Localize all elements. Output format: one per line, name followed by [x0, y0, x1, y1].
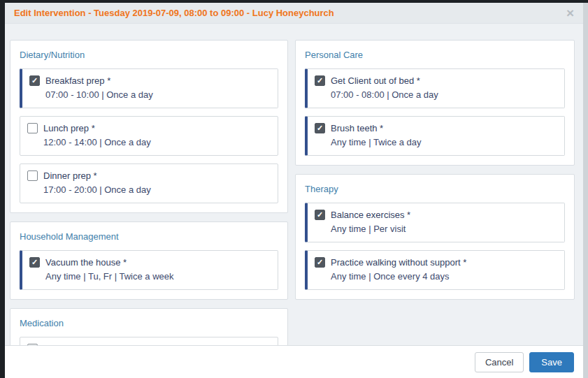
right-column: Personal Care ✓ Get Client out of bed * …: [295, 40, 575, 300]
section-title: Personal Care: [305, 50, 565, 60]
item-schedule: 07:00 - 08:00 | Once a day: [331, 89, 557, 100]
window-left-edge: [0, 0, 5, 378]
item-checkbox[interactable]: ✓: [315, 257, 325, 268]
check-icon: ✓: [31, 259, 38, 266]
cancel-button[interactable]: Cancel: [475, 352, 524, 372]
screen: Edit Intervention - Tuesday 2019-07-09, …: [0, 0, 588, 378]
modal-title: Edit Intervention - Tuesday 2019-07-09, …: [14, 8, 334, 18]
item-schedule: Any time | Twice a day: [331, 137, 557, 147]
item-header: ✓ Get Client out of bed *: [315, 75, 557, 86]
section-title: Therapy: [305, 184, 565, 194]
intervention-item[interactable]: ✓ Breakfast prep * 07:00 - 10:00 | Once …: [20, 68, 278, 108]
item-checkbox[interactable]: ✓: [315, 210, 325, 220]
close-icon[interactable]: ×: [566, 6, 574, 20]
item-checkbox[interactable]: ✓: [29, 75, 40, 86]
check-icon: ✓: [317, 124, 323, 132]
section-card: Household Management ✓ Vacuum the house …: [10, 221, 288, 300]
item-header: Lunch prep *: [27, 123, 271, 133]
item-label: Practice walking without support *: [331, 257, 466, 268]
intervention-item[interactable]: ✓ Brush teeth * Any time | Twice a day: [305, 116, 565, 156]
window-top-edge: [0, 0, 588, 3]
item-label: Get Client out of bed *: [331, 75, 420, 86]
section-card: Therapy ✓ Balance exercises * Any time |…: [295, 174, 575, 300]
check-icon: ✓: [317, 77, 323, 85]
item-schedule: 12:00 - 14:00 | Once a day: [43, 137, 271, 147]
modal-body: Dietary/Nutrition ✓ Breakfast prep * 07:…: [5, 24, 583, 345]
intervention-item[interactable]: ✓ Balance exercises * Any time | Per vis…: [305, 203, 565, 242]
section-items: ✓ Vacuum the house * Any time | Tu, Fr |…: [20, 250, 278, 290]
item-schedule: 07:00 - 10:00 | Once a day: [45, 89, 271, 100]
check-icon: ✓: [31, 77, 38, 85]
intervention-item[interactable]: Dinner prep * 17:00 - 20:00 | Once a day: [20, 163, 278, 203]
check-icon: ✓: [317, 211, 323, 219]
item-header: ✓ Balance exercises *: [315, 210, 557, 220]
item-schedule: Any time | Once every 4 days: [331, 271, 557, 282]
intervention-item[interactable]: Administer medications * 08:00 - 09:00 |…: [20, 337, 278, 345]
section-card: Personal Care ✓ Get Client out of bed * …: [295, 40, 575, 166]
intervention-item[interactable]: ✓ Practice walking without support * Any…: [305, 250, 565, 290]
item-checkbox[interactable]: [27, 123, 38, 133]
item-header: ✓ Breakfast prep *: [29, 75, 271, 86]
section-items: ✓ Get Client out of bed * 07:00 - 08:00 …: [305, 68, 565, 156]
modal-header: Edit Intervention - Tuesday 2019-07-09, …: [5, 3, 583, 24]
item-schedule: 17:00 - 20:00 | Once a day: [43, 184, 271, 195]
item-label: Lunch prep *: [43, 123, 95, 133]
section-title: Medication: [20, 318, 278, 328]
left-column: Dietary/Nutrition ✓ Breakfast prep * 07:…: [10, 40, 288, 345]
item-checkbox[interactable]: ✓: [315, 75, 325, 86]
intervention-item[interactable]: ✓ Get Client out of bed * 07:00 - 08:00 …: [305, 68, 565, 108]
item-header: Dinner prep *: [27, 170, 271, 181]
item-header: ✓ Practice walking without support *: [315, 257, 557, 268]
section-items: Administer medications * 08:00 - 09:00 |…: [20, 337, 278, 345]
intervention-item[interactable]: Lunch prep * 12:00 - 14:00 | Once a day: [20, 116, 278, 156]
section-title: Dietary/Nutrition: [20, 50, 278, 60]
item-checkbox[interactable]: ✓: [29, 257, 40, 268]
item-checkbox[interactable]: [27, 170, 38, 181]
section-card: Dietary/Nutrition ✓ Breakfast prep * 07:…: [10, 40, 288, 213]
item-schedule: Any time | Per visit: [331, 224, 557, 234]
item-header: ✓ Brush teeth *: [315, 123, 557, 133]
item-label: Breakfast prep *: [45, 75, 110, 86]
item-header: ✓ Vacuum the house *: [29, 257, 271, 268]
item-label: Brush teeth *: [331, 123, 383, 133]
check-icon: ✓: [317, 259, 323, 266]
intervention-item[interactable]: ✓ Vacuum the house * Any time | Tu, Fr |…: [20, 250, 278, 290]
item-label: Balance exercises *: [331, 210, 410, 220]
item-label: Vacuum the house *: [45, 257, 127, 268]
item-schedule: Any time | Tu, Fr | Twice a week: [45, 271, 271, 282]
section-items: ✓ Balance exercises * Any time | Per vis…: [305, 203, 565, 290]
section-title: Household Management: [20, 231, 278, 242]
section-items: ✓ Breakfast prep * 07:00 - 10:00 | Once …: [20, 68, 278, 203]
edit-intervention-modal: Edit Intervention - Tuesday 2019-07-09, …: [5, 3, 583, 378]
section-card: Medication Administer medications * 08:0…: [10, 308, 288, 345]
save-button[interactable]: Save: [529, 352, 574, 372]
item-checkbox[interactable]: ✓: [315, 123, 325, 133]
modal-footer: Cancel Save: [5, 345, 583, 378]
item-label: Dinner prep *: [43, 170, 97, 181]
